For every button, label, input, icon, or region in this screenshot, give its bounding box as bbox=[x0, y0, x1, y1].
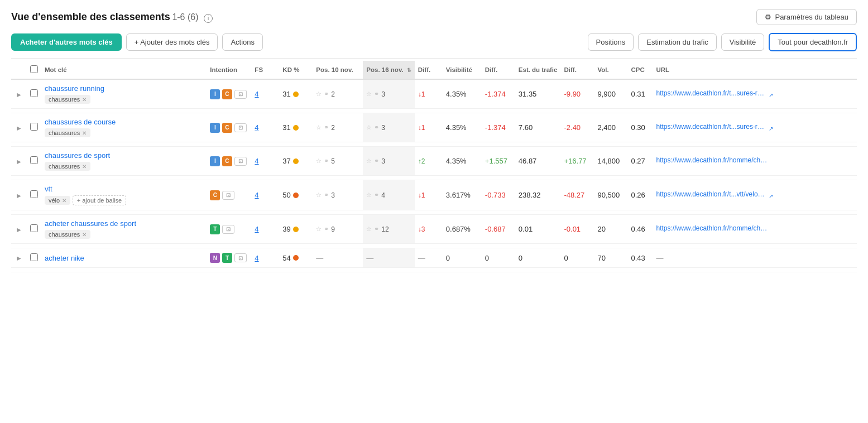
th-pos16[interactable]: Pos. 16 nov. ⇅ bbox=[363, 61, 414, 79]
keyword-link[interactable]: chaussure running bbox=[45, 84, 203, 93]
fs-icon: ⊡ bbox=[234, 253, 247, 262]
select-all-checkbox[interactable] bbox=[30, 65, 38, 73]
remove-tag-icon[interactable]: ✕ bbox=[82, 164, 87, 170]
add-tag-button[interactable]: + ajout de balise bbox=[73, 195, 126, 205]
vis-diff-value: -0.687 bbox=[485, 225, 506, 233]
url-link[interactable]: https://www.decathlon.fr/t...vtt/velos-v… bbox=[656, 190, 768, 198]
diff-value: ↓1 bbox=[418, 124, 425, 132]
diff-value: ↓3 bbox=[418, 225, 425, 233]
th-est-trafic[interactable]: Est. du trafic bbox=[515, 61, 561, 79]
intent-badge-t: T bbox=[222, 253, 232, 263]
visibility-value: 0.687% bbox=[446, 225, 471, 233]
row-checkbox[interactable] bbox=[30, 190, 38, 198]
actions-button[interactable]: Actions bbox=[222, 33, 263, 51]
url-link[interactable]: https://www.decathlon.fr/homme/chaussant bbox=[656, 156, 768, 164]
title-area: Vue d'ensemble des classements 1-6 (6) i bbox=[11, 11, 213, 23]
expand-row-button[interactable]: ▶ bbox=[15, 157, 23, 166]
fs-value[interactable]: 4 bbox=[255, 123, 258, 132]
add-keywords-button[interactable]: + Ajouter des mots clés bbox=[126, 33, 218, 51]
pos16-value: 4 bbox=[381, 191, 385, 199]
keyword-tag: chaussures ✕ bbox=[45, 128, 90, 137]
th-diff3[interactable]: Diff. bbox=[560, 61, 594, 79]
pos16-value: 12 bbox=[381, 225, 389, 233]
buy-keywords-button[interactable]: Acheter d'autres mots clés bbox=[11, 33, 122, 51]
star-icon: ☆ bbox=[316, 157, 322, 165]
url-link[interactable]: https://www.decathlon.fr/t...sures-runni… bbox=[656, 123, 768, 131]
th-fs[interactable]: FS bbox=[251, 61, 279, 79]
row-checkbox[interactable] bbox=[30, 123, 38, 131]
pos16-cell: ☆⚭3 bbox=[366, 157, 411, 165]
est-trafic-value: 238.32 bbox=[519, 191, 541, 199]
expand-row-button[interactable]: ▶ bbox=[15, 254, 23, 262]
vol-value: 90,500 bbox=[597, 191, 620, 199]
tab-estimation[interactable]: Estimation du trafic bbox=[638, 33, 717, 51]
pos16-cell: ☆⚭3 bbox=[366, 124, 411, 132]
est-diff-value: -48.27 bbox=[564, 191, 584, 199]
row-checkbox[interactable] bbox=[30, 253, 38, 261]
kd-value: 37 bbox=[282, 157, 298, 165]
th-intention[interactable]: Intention bbox=[207, 61, 251, 79]
page-title: Vue d'ensemble des classements bbox=[11, 11, 170, 22]
th-url[interactable]: URL bbox=[653, 61, 857, 79]
fs-value[interactable]: 4 bbox=[255, 254, 258, 262]
expand-row-button[interactable]: ▶ bbox=[15, 191, 23, 200]
keyword-link[interactable]: chaussures de sport bbox=[45, 151, 203, 160]
pos16-value: — bbox=[366, 254, 373, 262]
keyword-link[interactable]: chaussures de course bbox=[45, 118, 203, 126]
intent-badge-i: I bbox=[210, 123, 220, 133]
diff-value: ↓1 bbox=[418, 90, 425, 98]
th-pos10[interactable]: Pos. 10 nov. bbox=[313, 61, 363, 79]
remove-tag-icon[interactable]: ✕ bbox=[82, 130, 87, 136]
intent-badge-c: C bbox=[222, 89, 232, 99]
keyword-link[interactable]: acheter chaussures de sport bbox=[45, 219, 203, 228]
fs-icon: ⊡ bbox=[234, 123, 247, 132]
tab-positions[interactable]: Positions bbox=[588, 33, 634, 51]
url-link[interactable]: https://www.decathlon.fr/homme/chaussant bbox=[656, 224, 768, 232]
pos16-cell: ☆⚭3 bbox=[366, 90, 411, 98]
star-icon: ☆ bbox=[366, 90, 372, 98]
th-keyword[interactable]: Mot clé bbox=[41, 61, 207, 79]
pos10-value: 9 bbox=[331, 225, 335, 233]
remove-tag-icon[interactable]: ✕ bbox=[82, 97, 87, 103]
cpc-value: 0.26 bbox=[631, 191, 645, 199]
th-visibilite[interactable]: Visibilité bbox=[443, 61, 482, 79]
remove-tag-icon[interactable]: ✕ bbox=[82, 232, 87, 238]
spacer-row bbox=[11, 176, 857, 180]
intent-badge-c: C bbox=[222, 123, 232, 133]
est-diff-value: +16.77 bbox=[564, 157, 586, 165]
intent-badge-t: T bbox=[210, 224, 220, 234]
th-vol[interactable]: Vol. bbox=[594, 61, 627, 79]
url-link[interactable]: https://www.decathlon.fr/t...sures-runni… bbox=[656, 89, 768, 97]
table-settings-button[interactable]: ⚙ Paramètres du tableau bbox=[756, 9, 857, 25]
th-diff2[interactable]: Diff. bbox=[482, 61, 515, 79]
tab-tout-decathlon[interactable]: Tout pour decathlon.fr bbox=[769, 33, 857, 51]
link-icon: ⚭ bbox=[374, 124, 379, 131]
fs-value[interactable]: 4 bbox=[255, 157, 258, 165]
link-icon: ⚭ bbox=[374, 191, 379, 199]
kd-dot bbox=[293, 125, 299, 131]
link-icon: ⚭ bbox=[374, 157, 379, 165]
fs-value[interactable]: 4 bbox=[255, 225, 258, 233]
toolbar: Acheter d'autres mots clés + Ajouter des… bbox=[11, 33, 857, 59]
fs-value[interactable]: 4 bbox=[255, 191, 258, 199]
expand-row-button[interactable]: ▶ bbox=[15, 124, 23, 132]
row-checkbox[interactable] bbox=[30, 156, 38, 164]
cpc-value: 0.30 bbox=[631, 123, 645, 132]
expand-row-button[interactable]: ▶ bbox=[15, 225, 23, 234]
spacer-row bbox=[11, 210, 857, 215]
tab-visibility[interactable]: Visibilité bbox=[721, 33, 764, 51]
th-diff1[interactable]: Diff. bbox=[415, 61, 443, 79]
vol-value: 14,800 bbox=[597, 157, 620, 165]
th-cpc[interactable]: CPC bbox=[627, 61, 653, 79]
fs-value[interactable]: 4 bbox=[255, 90, 258, 98]
info-icon[interactable]: i bbox=[204, 14, 213, 23]
remove-tag-icon[interactable]: ✕ bbox=[62, 198, 66, 204]
row-checkbox[interactable] bbox=[30, 224, 38, 232]
th-kd[interactable]: KD % bbox=[279, 61, 313, 79]
keyword-link[interactable]: acheter nike bbox=[45, 254, 203, 262]
keyword-link[interactable]: vtt bbox=[45, 185, 203, 193]
pos10-value: — bbox=[316, 254, 323, 262]
expand-row-button[interactable]: ▶ bbox=[15, 90, 23, 99]
pos16-cell: ☆⚭12 bbox=[366, 225, 411, 233]
row-checkbox[interactable] bbox=[30, 89, 38, 97]
